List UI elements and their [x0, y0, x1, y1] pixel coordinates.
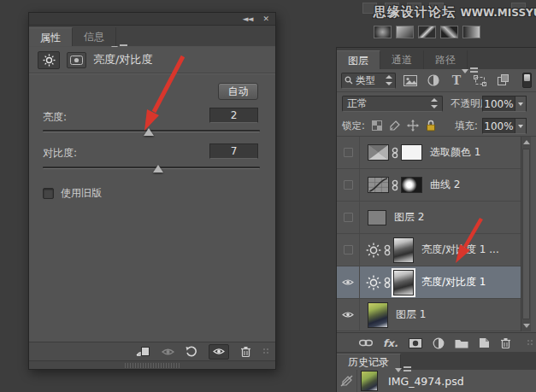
visibility-cell[interactable]: [337, 202, 360, 233]
adjustment-preset-invert[interactable]: [374, 26, 392, 38]
new-adjustment-layer-icon[interactable]: [433, 337, 445, 349]
layer-thumbnail[interactable]: [368, 210, 386, 225]
adjustment-preset-threshold[interactable]: [418, 26, 436, 38]
close-icon[interactable]: ✕: [262, 15, 268, 23]
layer-filtering-toggle[interactable]: [522, 73, 532, 88]
fill-input[interactable]: 100%: [482, 118, 527, 134]
new-group-icon[interactable]: [455, 338, 468, 348]
visibility-cell[interactable]: [337, 234, 360, 266]
contrast-slider[interactable]: [43, 167, 260, 169]
lock-transparency-icon[interactable]: [372, 120, 382, 131]
layer-name[interactable]: 曲线 2: [430, 178, 460, 192]
brightness-contrast-icon[interactable]: [366, 243, 381, 258]
layer-thumbnail[interactable]: [368, 302, 388, 328]
layer-row-selective-color[interactable]: 选取颜色 1: [337, 137, 521, 169]
filter-shape-layers-icon[interactable]: [471, 73, 488, 88]
delete-layer-icon[interactable]: [500, 337, 511, 349]
layer-mask-thumbnail[interactable]: [401, 144, 422, 161]
link-layers-icon[interactable]: [359, 339, 373, 347]
lock-position-icon[interactable]: [407, 120, 419, 132]
eye-hidden-icon[interactable]: [344, 245, 353, 255]
filter-type-layers-icon[interactable]: T: [448, 73, 465, 88]
brightness-contrast-icon[interactable]: [366, 275, 381, 290]
visibility-cell[interactable]: [337, 169, 360, 201]
mask-link-icon[interactable]: [392, 147, 398, 159]
layer-mask-thumbnail[interactable]: [401, 177, 422, 193]
visibility-toggle-icon[interactable]: [209, 344, 229, 360]
clip-to-layer-icon[interactable]: [136, 346, 150, 357]
view-previous-state-icon[interactable]: [162, 347, 174, 357]
layers-vscrollbar[interactable]: [521, 137, 531, 331]
eye-hidden-icon[interactable]: [344, 180, 353, 190]
layer-name[interactable]: 图层 1: [396, 307, 426, 322]
layer-mask-thumbnail[interactable]: [393, 237, 414, 263]
contrast-slider-thumb[interactable]: [153, 165, 163, 173]
eye-visible-icon[interactable]: [342, 310, 354, 319]
lock-pixels-icon[interactable]: [389, 120, 400, 132]
layer-row-layer1[interactable]: 图层 1: [337, 299, 521, 331]
history-item-name[interactable]: IMG_4974.psd: [388, 375, 464, 388]
opacity-input[interactable]: 100%: [482, 96, 527, 112]
adjustment-preset-gradient-map[interactable]: [440, 26, 458, 38]
history-brush-source-icon[interactable]: [337, 370, 357, 392]
layer-row-curves[interactable]: 曲线 2: [337, 169, 521, 202]
filter-smart-objects-icon[interactable]: [494, 73, 511, 88]
use-legacy-checkbox[interactable]: [43, 188, 54, 199]
contrast-value[interactable]: 7: [209, 143, 258, 159]
tab-properties[interactable]: 属性: [29, 27, 73, 46]
brightness-value[interactable]: 2: [209, 108, 258, 123]
blend-mode-dropdown[interactable]: 正常: [342, 96, 443, 112]
selective-color-icon[interactable]: [368, 144, 389, 161]
scroll-down-icon[interactable]: [521, 320, 532, 331]
auto-button[interactable]: 自动: [218, 83, 258, 100]
layer-row-brightness-contrast-copy[interactable]: 亮度/对比度 1 ...: [337, 234, 521, 266]
adjustment-preset-posterize[interactable]: [396, 26, 414, 38]
filter-kind-dropdown[interactable]: 类型: [341, 73, 396, 89]
mask-link-icon[interactable]: [392, 179, 398, 191]
tab-layers[interactable]: 图层: [337, 50, 380, 69]
visibility-cell[interactable]: [337, 266, 360, 298]
add-mask-icon[interactable]: [409, 338, 422, 348]
visibility-cell[interactable]: [337, 137, 360, 168]
filter-adjustment-layers-icon[interactable]: [425, 73, 442, 88]
mask-target-icon[interactable]: [67, 52, 86, 68]
eye-hidden-icon[interactable]: [344, 213, 353, 222]
layer-row-brightness-contrast[interactable]: 亮度/对比度 1: [337, 266, 521, 299]
history-item[interactable]: IMG_4974.psd: [337, 370, 536, 392]
hscrollbar-grip[interactable]: [125, 363, 180, 368]
tab-channels[interactable]: 通道: [380, 50, 424, 69]
history-snapshot-thumbnail[interactable]: [361, 371, 378, 391]
adjustment-preset-selective-color[interactable]: [462, 26, 480, 38]
vscrollbar-thumb[interactable]: [522, 149, 530, 319]
lock-all-icon[interactable]: [426, 120, 436, 132]
layer-row-layer2[interactable]: 图层 2: [337, 202, 521, 234]
eye-hidden-icon[interactable]: [344, 148, 353, 157]
filter-pixel-layers-icon[interactable]: [402, 73, 419, 88]
curves-icon[interactable]: [368, 177, 389, 193]
mask-link-icon[interactable]: [384, 244, 391, 256]
properties-hscrollbar[interactable]: [29, 360, 275, 369]
scroll-up-icon[interactable]: [521, 137, 532, 148]
layer-name[interactable]: 选取颜色 1: [430, 145, 480, 160]
layer-name[interactable]: 亮度/对比度 1: [421, 275, 486, 290]
reset-icon[interactable]: [186, 346, 197, 357]
properties-titlebar[interactable]: ◄◄ ✕: [29, 13, 275, 26]
brightness-slider-thumb[interactable]: [144, 128, 154, 136]
tab-info[interactable]: 信息: [73, 27, 116, 46]
tab-history[interactable]: 历史记录: [337, 354, 401, 370]
fill-dropdown-icon[interactable]: [515, 119, 526, 133]
layer-name[interactable]: 亮度/对比度 1 ...: [421, 243, 499, 257]
layer-style-icon[interactable]: fx.: [383, 337, 398, 349]
use-legacy-row[interactable]: 使用旧版: [43, 186, 102, 201]
eye-visible-icon[interactable]: [342, 278, 354, 287]
mask-link-icon[interactable]: [384, 277, 391, 289]
brightness-slider[interactable]: [43, 130, 260, 132]
layer-name[interactable]: 图层 2: [394, 210, 424, 225]
collapse-to-icons-icon[interactable]: ◄◄: [243, 15, 253, 23]
visibility-cell[interactable]: [337, 299, 360, 331]
layer-mask-thumbnail-selected[interactable]: [393, 270, 414, 295]
new-layer-icon[interactable]: [479, 337, 490, 348]
delete-adjustment-icon[interactable]: [240, 346, 251, 358]
opacity-dropdown-icon[interactable]: [515, 97, 526, 111]
panel-resize-grip[interactable]: [262, 348, 270, 355]
